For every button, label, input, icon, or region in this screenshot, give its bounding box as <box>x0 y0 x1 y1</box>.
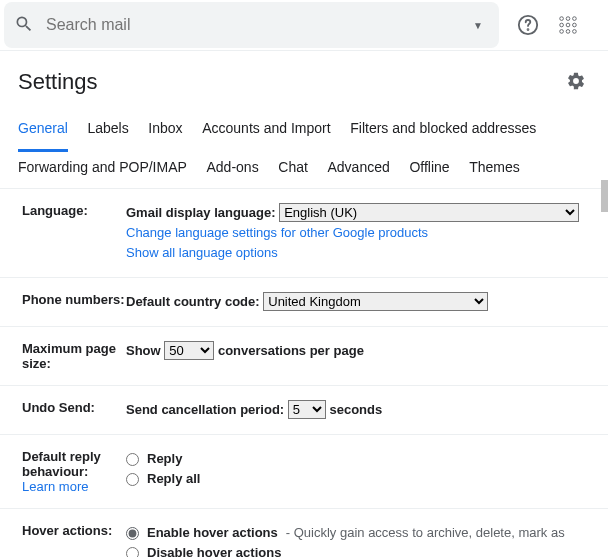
display-language-label: Gmail display language: <box>126 205 276 220</box>
tab-filters[interactable]: Filters and blocked addresses <box>350 113 536 149</box>
section-hover: Hover actions: Enable hover actions - Qu… <box>0 509 608 557</box>
disable-hover-radio[interactable] <box>126 547 139 558</box>
enable-hover-radio[interactable] <box>126 527 139 540</box>
settings-tabs: General Labels Inbox Accounts and Import… <box>0 105 608 189</box>
section-pagesize: Maximum page size: Show 50 conversations… <box>0 327 608 386</box>
tab-general[interactable]: General <box>18 113 68 152</box>
search-icon <box>14 14 34 37</box>
pagesize-show-text: Show <box>126 343 161 358</box>
svg-point-8 <box>560 30 564 34</box>
reply-all-option-label: Reply all <box>147 469 200 489</box>
tab-addons[interactable]: Add-ons <box>206 152 258 188</box>
search-bar[interactable]: ▼ <box>4 2 499 48</box>
undo-label: Undo Send: <box>22 400 126 420</box>
reply-option-label: Reply <box>147 449 182 469</box>
tab-offline[interactable]: Offline <box>409 152 449 188</box>
svg-point-5 <box>560 23 564 27</box>
undo-suffix: seconds <box>329 402 382 417</box>
apps-grid-icon[interactable] <box>557 14 579 36</box>
svg-point-10 <box>573 30 577 34</box>
section-phone: Phone numbers: Default country code: Uni… <box>0 278 608 327</box>
reply-radio[interactable] <box>126 453 139 466</box>
svg-point-7 <box>573 23 577 27</box>
hover-label: Hover actions: <box>22 523 126 557</box>
svg-point-9 <box>566 30 570 34</box>
tab-forwarding[interactable]: Forwarding and POP/IMAP <box>18 152 187 188</box>
enable-hover-desc: - Quickly gain access to archive, delete… <box>286 523 565 543</box>
svg-point-1 <box>528 29 529 30</box>
help-icon[interactable] <box>517 14 539 36</box>
gear-icon[interactable] <box>566 71 586 94</box>
page-title: Settings <box>18 69 98 95</box>
tab-advanced[interactable]: Advanced <box>327 152 389 188</box>
tab-themes[interactable]: Themes <box>469 152 520 188</box>
svg-point-6 <box>566 23 570 27</box>
search-options-dropdown-icon[interactable]: ▼ <box>473 20 483 31</box>
country-code-select[interactable]: United Kingdom <box>263 292 488 311</box>
learn-more-link[interactable]: Learn more <box>22 479 88 494</box>
tab-chat[interactable]: Chat <box>278 152 308 188</box>
country-code-label: Default country code: <box>126 294 260 309</box>
svg-point-4 <box>573 17 577 21</box>
section-undo: Undo Send: Send cancellation period: 5 s… <box>0 386 608 435</box>
pagesize-label: Maximum page size: <box>22 341 126 371</box>
change-language-link[interactable]: Change language settings for other Googl… <box>126 225 428 240</box>
section-language: Language: Gmail display language: Englis… <box>0 189 608 278</box>
search-input[interactable] <box>46 16 473 34</box>
tab-accounts[interactable]: Accounts and Import <box>202 113 330 149</box>
scrollbar-thumb[interactable] <box>601 180 608 212</box>
tab-labels[interactable]: Labels <box>87 113 128 149</box>
undo-period-label: Send cancellation period: <box>126 402 284 417</box>
pagesize-select[interactable]: 50 <box>164 341 214 360</box>
reply-label: Default reply behaviour: <box>22 449 101 479</box>
svg-point-3 <box>566 17 570 21</box>
section-reply: Default reply behaviour: Learn more Repl… <box>0 435 608 509</box>
tab-inbox[interactable]: Inbox <box>148 113 182 149</box>
pagesize-suffix: conversations per page <box>218 343 364 358</box>
phone-label: Phone numbers: <box>22 292 126 312</box>
svg-point-2 <box>560 17 564 21</box>
reply-all-radio[interactable] <box>126 473 139 486</box>
undo-period-select[interactable]: 5 <box>288 400 326 419</box>
disable-hover-label: Disable hover actions <box>147 543 281 557</box>
show-all-languages-link[interactable]: Show all language options <box>126 245 278 260</box>
language-label: Language: <box>22 203 126 263</box>
display-language-select[interactable]: English (UK) <box>279 203 579 222</box>
enable-hover-label: Enable hover actions <box>147 523 278 543</box>
